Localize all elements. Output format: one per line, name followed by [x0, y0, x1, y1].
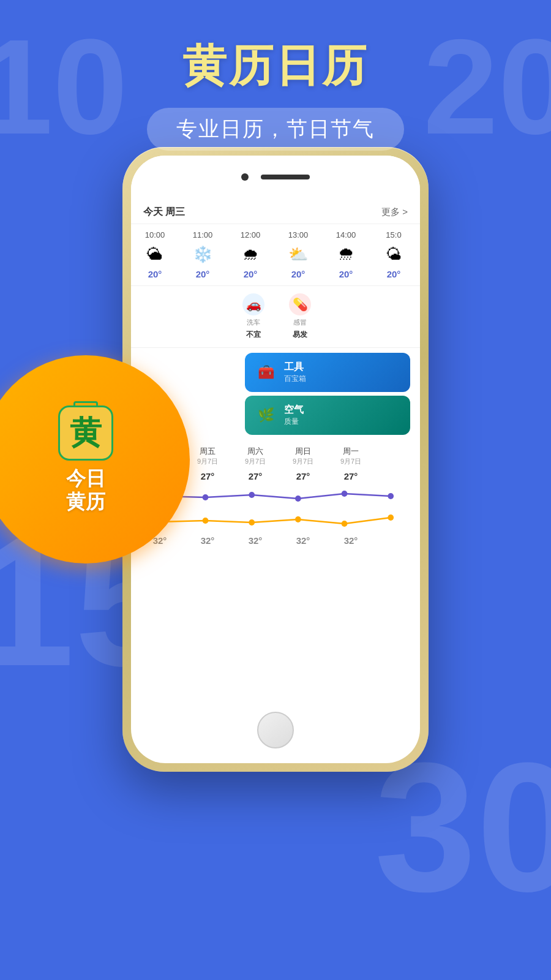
- air-text-col: 空气 质量: [284, 404, 304, 427]
- tools-button[interactable]: 🧰 工具 百宝箱: [245, 353, 410, 392]
- high-temp: 27°: [184, 471, 231, 481]
- day-date: 9月7日: [279, 457, 327, 466]
- air-quality-button[interactable]: 🌿 空气 质量: [245, 396, 410, 435]
- camera-icon: [241, 173, 249, 181]
- hour-item: 15:0 🌤 20°: [370, 230, 418, 279]
- week-day: 周一 9月7日: [327, 446, 375, 466]
- week-day: 周日 9月7日: [279, 446, 327, 466]
- day-name: 周一: [327, 446, 375, 457]
- svg-point-1: [203, 494, 209, 500]
- day-date: 9月7日: [231, 457, 279, 466]
- svg-point-5: [388, 493, 394, 499]
- circle-label-line2: 黄历: [66, 491, 105, 513]
- circle-content: 黄 今日 黄历: [58, 405, 113, 514]
- air-icon: 🌿: [255, 404, 277, 426]
- high-temp: 27°: [327, 471, 375, 481]
- carwash-value: 不宜: [246, 330, 261, 340]
- low-temp: 32°: [327, 535, 375, 546]
- hour-temp: 20°: [339, 269, 353, 279]
- hour-temp: 20°: [291, 269, 305, 279]
- hour-time: 14:00: [336, 230, 356, 239]
- today-label: 今天 周三: [143, 206, 185, 219]
- cold-label: 感冒: [293, 318, 307, 327]
- svg-point-2: [249, 492, 255, 498]
- svg-point-9: [295, 516, 301, 522]
- air-sublabel: 质量: [284, 417, 304, 427]
- tools-label: 工具: [284, 361, 306, 374]
- hour-item: 12:00 🌧 20°: [227, 230, 274, 279]
- high-temp: 27°: [279, 471, 327, 481]
- svg-point-10: [342, 521, 348, 527]
- tools-sublabel: 百宝箱: [284, 374, 306, 384]
- more-link[interactable]: 更多 >: [381, 206, 408, 218]
- weather-header: 今天 周三 更多 >: [131, 198, 420, 224]
- weather-icon: 🌨: [335, 243, 357, 265]
- hour-time: 11:00: [193, 230, 213, 239]
- calendar-char: 黄: [70, 412, 102, 454]
- hour-item: 13:00 ⛅ 20°: [274, 230, 322, 279]
- circle-label: 今日 黄历: [66, 467, 105, 514]
- subtitle-pill: 专业日历，节日节气: [147, 108, 404, 151]
- header-area: 黄历日历 专业日历，节日节气: [0, 37, 551, 151]
- low-temp: 32°: [184, 535, 231, 546]
- svg-point-11: [388, 514, 394, 521]
- weather-icon: 🌥: [144, 243, 166, 265]
- hour-time: 13:00: [288, 230, 309, 239]
- day-name: 周五: [184, 446, 231, 457]
- circle-label-line1: 今日: [66, 467, 105, 489]
- hour-temp: 20°: [148, 269, 162, 279]
- hour-item: 14:00 🌨 20°: [322, 230, 370, 279]
- hour-temp: 20°: [196, 269, 210, 279]
- hourly-weather-strip: 10:00 🌥 20° 11:00 ❄️ 20° 12:00 🌧 20°: [131, 224, 420, 286]
- calendar-hook-decoration: [73, 401, 98, 407]
- day-date: 9月7日: [184, 457, 231, 466]
- main-title: 黄历日历: [0, 37, 551, 96]
- high-temp: 27°: [231, 471, 279, 481]
- tools-text-col: 工具 百宝箱: [284, 361, 306, 384]
- calendar-icon-box: 黄: [58, 405, 113, 461]
- week-day: 周六 9月7日: [231, 446, 279, 466]
- day-date: 9月7日: [327, 457, 375, 466]
- week-day: 周五 9月7日: [184, 446, 231, 466]
- hour-time: 15:0: [386, 230, 401, 239]
- low-temp: 32°: [279, 535, 327, 546]
- home-button[interactable]: [257, 712, 294, 748]
- svg-point-7: [203, 518, 209, 524]
- hour-time: 12:00: [241, 230, 261, 239]
- hour-time: 10:00: [145, 230, 165, 239]
- speaker-icon: [261, 175, 310, 179]
- tools-icon: 🧰: [255, 361, 277, 383]
- carwash-label: 洗车: [247, 318, 260, 327]
- svg-point-3: [295, 496, 301, 502]
- hour-temp: 20°: [387, 269, 401, 279]
- air-label: 空气: [284, 404, 304, 417]
- life-index-row: 🚗 洗车 不宜 💊 感冒 易发: [131, 286, 420, 348]
- car-wash-icon: 🚗: [242, 293, 264, 315]
- cold-value: 易发: [293, 330, 307, 340]
- weather-icon: 🌧: [239, 243, 261, 265]
- cold-icon: 💊: [289, 293, 311, 315]
- week-low-temps: 32° 32° 32° 32° 32°: [131, 535, 420, 551]
- life-item-carwash: 🚗 洗车 不宜: [235, 293, 272, 340]
- life-item-cold: 💊 感冒 易发: [282, 293, 318, 340]
- phone-top-bar: [131, 156, 420, 198]
- low-temp: 32°: [231, 535, 279, 546]
- day-name: 周六: [231, 446, 279, 457]
- weather-icon: ❄️: [192, 243, 214, 265]
- hour-temp: 20°: [244, 269, 258, 279]
- day-name: 周日: [279, 446, 327, 457]
- svg-point-4: [342, 491, 348, 497]
- weather-icon: 🌤: [383, 243, 405, 265]
- hour-item: 11:00 ❄️ 20°: [179, 230, 227, 279]
- hour-item: 10:00 🌥 20°: [131, 230, 179, 279]
- svg-point-8: [249, 519, 255, 526]
- weather-icon: ⛅: [287, 243, 309, 265]
